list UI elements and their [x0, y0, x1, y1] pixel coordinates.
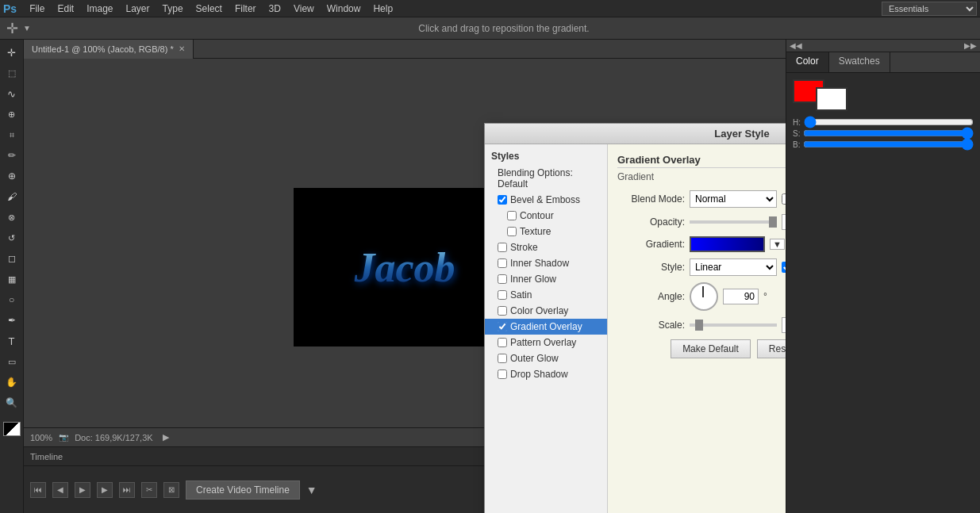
- inner-shadow-item[interactable]: Inner Shadow: [485, 255, 607, 271]
- move-tool-icon[interactable]: ✛: [6, 20, 18, 37]
- pattern-overlay-label: Pattern Overlay: [510, 337, 576, 348]
- crop-tool[interactable]: ⌗: [2, 125, 21, 144]
- zoom-tool[interactable]: 🔍: [2, 393, 21, 412]
- background-color-swatch[interactable]: [816, 87, 847, 111]
- options-hint: Click and drag to reposition the gradien…: [418, 23, 589, 34]
- scale-input[interactable]: [782, 317, 786, 333]
- eraser-tool[interactable]: ◻: [2, 249, 21, 268]
- style-label: Style:: [617, 262, 685, 273]
- bevel-emboss-item[interactable]: Bevel & Emboss: [485, 192, 607, 208]
- selection-tool[interactable]: ⬚: [2, 63, 21, 82]
- hue-slider[interactable]: [804, 117, 974, 127]
- drop-shadow-checkbox[interactable]: [498, 369, 507, 379]
- menu-bar: Ps File Edit Image Layer Type Select Fil…: [0, 0, 980, 17]
- angle-wheel[interactable]: [690, 282, 718, 311]
- opacity-input[interactable]: [782, 214, 786, 230]
- style-select[interactable]: Linear Radial Angle: [690, 258, 777, 276]
- menu-view[interactable]: View: [287, 2, 321, 16]
- history-tool[interactable]: ↺: [2, 228, 21, 247]
- quick-select-tool[interactable]: ⊕: [2, 105, 21, 124]
- canvas-area: Untitled-1 @ 100% (Jacob, RGB/8) * ✕ Jac…: [24, 40, 786, 513]
- menu-file[interactable]: File: [23, 2, 51, 16]
- ps-logo: Ps: [3, 2, 17, 15]
- make-default-button[interactable]: Make Default: [671, 339, 751, 358]
- scale-slider[interactable]: [690, 323, 777, 327]
- inner-glow-checkbox[interactable]: [498, 274, 507, 284]
- stroke-item[interactable]: Stroke: [485, 239, 607, 255]
- pen-tool[interactable]: ✒: [2, 311, 21, 330]
- tool-options-arrow[interactable]: ▼: [23, 24, 31, 33]
- right-panels: ◀◀ ▶▶ Color Swatches H: S: B:: [786, 40, 980, 513]
- outer-glow-checkbox[interactable]: [498, 354, 507, 363]
- menu-image[interactable]: Image: [80, 2, 119, 16]
- inner-glow-item[interactable]: Inner Glow: [485, 271, 607, 287]
- angle-row: Angle: °: [617, 282, 786, 311]
- shape-tool[interactable]: ▭: [2, 352, 21, 371]
- inner-shadow-checkbox[interactable]: [498, 258, 507, 268]
- brush-tool[interactable]: 🖌: [2, 187, 21, 206]
- panel-right-arrow[interactable]: ▶▶: [964, 41, 977, 50]
- dither-checkbox[interactable]: [782, 193, 786, 205]
- swatches-tab[interactable]: Swatches: [829, 52, 890, 72]
- angle-input[interactable]: [723, 289, 759, 304]
- reset-to-default-button[interactable]: Reset to Default: [757, 339, 786, 358]
- menu-select[interactable]: Select: [190, 2, 229, 16]
- menu-edit[interactable]: Edit: [51, 2, 80, 16]
- gradient-overlay-checkbox[interactable]: [498, 322, 507, 331]
- menu-window[interactable]: Window: [321, 2, 367, 16]
- texture-item[interactable]: Texture: [485, 224, 607, 239]
- color-tab[interactable]: Color: [786, 52, 829, 72]
- color-overlay-checkbox[interactable]: [498, 306, 507, 316]
- contour-checkbox[interactable]: [507, 211, 517, 220]
- move-tool[interactable]: ✛: [2, 43, 21, 62]
- gradient-dropdown-arrow[interactable]: ▼: [770, 239, 785, 250]
- type-tool[interactable]: T: [2, 331, 21, 350]
- blending-options-item[interactable]: Blending Options: Default: [485, 165, 607, 192]
- dodge-tool[interactable]: ○: [2, 290, 21, 309]
- menu-filter[interactable]: Filter: [229, 2, 263, 16]
- satin-checkbox[interactable]: [498, 290, 507, 300]
- blend-mode-select[interactable]: Normal Dissolve Multiply Screen: [690, 190, 777, 208]
- panel-arrows: ◀◀ ▶▶: [786, 40, 980, 52]
- menu-help[interactable]: Help: [367, 2, 399, 16]
- color-overlay-item[interactable]: Color Overlay: [485, 303, 607, 319]
- lasso-tool[interactable]: ∿: [2, 84, 21, 103]
- foreground-background-colors[interactable]: [3, 422, 21, 436]
- saturation-slider[interactable]: [803, 128, 974, 138]
- styles-panel-header[interactable]: Styles: [485, 147, 607, 165]
- satin-item[interactable]: Satin: [485, 287, 607, 303]
- dialog-overlay: Layer Style ✕ Styles Blending Options: D…: [24, 40, 786, 513]
- panel-left-arrow[interactable]: ◀◀: [790, 41, 802, 50]
- bevel-emboss-label: Bevel & Emboss: [510, 194, 580, 205]
- eyedropper-tool[interactable]: ✏: [2, 146, 21, 165]
- brightness-slider[interactable]: [803, 140, 974, 149]
- stroke-checkbox[interactable]: [498, 243, 507, 252]
- drop-shadow-item[interactable]: Drop Shadow: [485, 366, 607, 382]
- menu-layer[interactable]: Layer: [120, 2, 156, 16]
- inner-shadow-label: Inner Shadow: [510, 258, 569, 269]
- main-layout: ✛ ⬚ ∿ ⊕ ⌗ ✏ ⊕ 🖌 ⊗ ↺ ◻ ▦ ○ ✒ T ▭ ✋ 🔍 Unti…: [0, 40, 980, 513]
- gradient-swatch[interactable]: [690, 236, 765, 252]
- menu-type[interactable]: Type: [156, 2, 190, 16]
- scale-label: Scale:: [617, 320, 685, 331]
- gradient-overlay-item[interactable]: Gradient Overlay: [485, 319, 607, 335]
- workspace-select[interactable]: Essentials: [882, 2, 977, 16]
- texture-checkbox[interactable]: [507, 227, 517, 236]
- pattern-overlay-checkbox[interactable]: [498, 338, 507, 347]
- bottom-buttons: Make Default Reset to Default: [617, 339, 786, 358]
- opacity-row: Opacity: %: [617, 214, 786, 230]
- brightness-label: B:: [793, 140, 800, 149]
- clone-tool[interactable]: ⊗: [2, 208, 21, 227]
- angle-unit: °: [763, 291, 767, 302]
- menu-3d[interactable]: 3D: [263, 2, 287, 16]
- hand-tool[interactable]: ✋: [2, 373, 21, 392]
- align-with-layer-checkbox[interactable]: [782, 262, 786, 273]
- pattern-overlay-item[interactable]: Pattern Overlay: [485, 335, 607, 350]
- outer-glow-item[interactable]: Outer Glow: [485, 350, 607, 366]
- opacity-slider[interactable]: [690, 220, 777, 224]
- healing-tool[interactable]: ⊕: [2, 167, 21, 186]
- panel-content: H: S: B:: [786, 73, 980, 513]
- bevel-emboss-checkbox[interactable]: [498, 195, 507, 205]
- gradient-tool[interactable]: ▦: [2, 270, 21, 289]
- contour-item[interactable]: Contour: [485, 208, 607, 224]
